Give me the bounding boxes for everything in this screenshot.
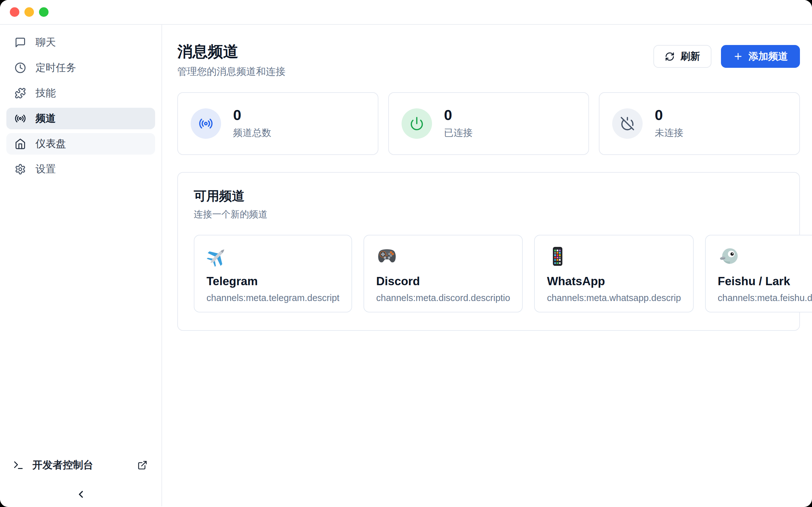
stat-label: 未连接 — [655, 126, 683, 139]
titlebar — [0, 0, 812, 25]
stats-row: 0 频道总数 0 已连接 — [177, 92, 800, 155]
puzzle-icon — [14, 88, 26, 99]
game-controller-emoji-icon — [376, 245, 398, 267]
sidebar: 聊天 定时任务 技能 频道 仪表盘 设置 — [0, 25, 162, 506]
clock-icon — [14, 62, 26, 73]
terminal-icon — [13, 459, 24, 471]
developer-console-link[interactable]: 开发者控制台 — [13, 458, 148, 472]
channel-name: WhatsApp — [547, 275, 681, 288]
broadcast-icon — [14, 113, 26, 124]
gear-icon — [14, 164, 26, 175]
power-on-icon — [402, 108, 432, 139]
channel-name: Feishu / Lark — [718, 275, 812, 288]
channel-name: Telegram — [206, 275, 339, 288]
channel-card-whatsapp[interactable]: WhatsApp channels:meta.whatsapp.descrip — [534, 235, 693, 313]
close-window-button[interactable] — [10, 7, 19, 17]
channel-description: channels:meta.discord.descriptio — [376, 293, 510, 303]
sidebar-item-channels[interactable]: 频道 — [6, 108, 155, 129]
sidebar-item-settings[interactable]: 设置 — [6, 158, 155, 180]
channel-description: channels:meta.whatsapp.descrip — [547, 293, 681, 303]
power-off-icon — [612, 108, 643, 139]
stat-label: 已连接 — [444, 126, 473, 139]
bird-emoji-icon — [718, 245, 740, 267]
stat-value: 0 — [444, 107, 473, 123]
airplane-emoji-icon — [206, 245, 228, 267]
sidebar-item-label: 定时任务 — [36, 61, 76, 75]
sidebar-item-label: 设置 — [36, 162, 56, 176]
sidebar-collapse-button[interactable] — [0, 489, 161, 500]
sidebar-item-dashboard[interactable]: 仪表盘 — [6, 133, 155, 155]
add-channel-button-label: 添加频道 — [749, 50, 788, 63]
refresh-icon — [665, 52, 675, 61]
broadcast-stat-icon — [191, 108, 221, 139]
channels-grid: Telegram channels:meta.telegram.descript — [194, 235, 783, 313]
sidebar-item-scheduled-tasks[interactable]: 定时任务 — [6, 57, 155, 78]
stat-card-connected: 0 已连接 — [388, 92, 589, 155]
channel-description: channels:meta.telegram.descript — [206, 293, 339, 303]
minimize-window-button[interactable] — [24, 7, 34, 17]
stat-card-total-channels: 0 频道总数 — [177, 92, 378, 155]
panel-title: 可用频道 — [194, 187, 783, 205]
app-window: 聊天 定时任务 技能 频道 仪表盘 设置 — [0, 0, 812, 507]
sidebar-item-label: 频道 — [36, 112, 56, 125]
sidebar-item-skills[interactable]: 技能 — [6, 82, 155, 104]
plus-icon — [733, 51, 743, 61]
channel-card-discord[interactable]: Discord channels:meta.discord.descriptio — [363, 235, 523, 313]
page-title: 消息频道 — [177, 43, 286, 61]
mobile-phone-emoji-icon — [547, 245, 568, 267]
chevron-left-icon — [75, 489, 87, 500]
stat-value: 0 — [233, 107, 271, 123]
panel-subtitle: 连接一个新的频道 — [194, 208, 783, 221]
refresh-button[interactable]: 刷新 — [653, 45, 711, 68]
available-channels-panel: 可用频道 连接一个新的频道 — [177, 172, 800, 331]
zoom-window-button[interactable] — [39, 7, 49, 17]
chat-icon — [14, 37, 26, 48]
page-header: 消息频道 管理您的消息频道和连接 刷新 添加频道 — [177, 43, 800, 78]
sidebar-item-label: 技能 — [36, 86, 56, 100]
refresh-button-label: 刷新 — [680, 50, 700, 63]
sidebar-item-chat[interactable]: 聊天 — [6, 32, 155, 53]
channel-description: channels:meta.feishu.description — [718, 293, 812, 303]
external-link-icon[interactable] — [137, 460, 148, 470]
stat-value: 0 — [655, 107, 683, 123]
sidebar-item-label: 仪表盘 — [36, 137, 66, 151]
stat-label: 频道总数 — [233, 126, 271, 139]
page-subtitle: 管理您的消息频道和连接 — [177, 65, 286, 78]
sidebar-item-label: 聊天 — [36, 36, 56, 49]
main-content: 消息频道 管理您的消息频道和连接 刷新 添加频道 — [162, 25, 812, 506]
channel-card-feishu[interactable]: 插件 Feishu / Lark channels:meta.feishu.de… — [705, 235, 812, 313]
channel-name: Discord — [376, 275, 510, 288]
home-icon — [14, 138, 26, 150]
channel-card-telegram[interactable]: Telegram channels:meta.telegram.descript — [194, 235, 352, 313]
stat-card-disconnected: 0 未连接 — [599, 92, 800, 155]
developer-console-label: 开发者控制台 — [32, 458, 93, 472]
add-channel-button[interactable]: 添加频道 — [721, 45, 800, 68]
